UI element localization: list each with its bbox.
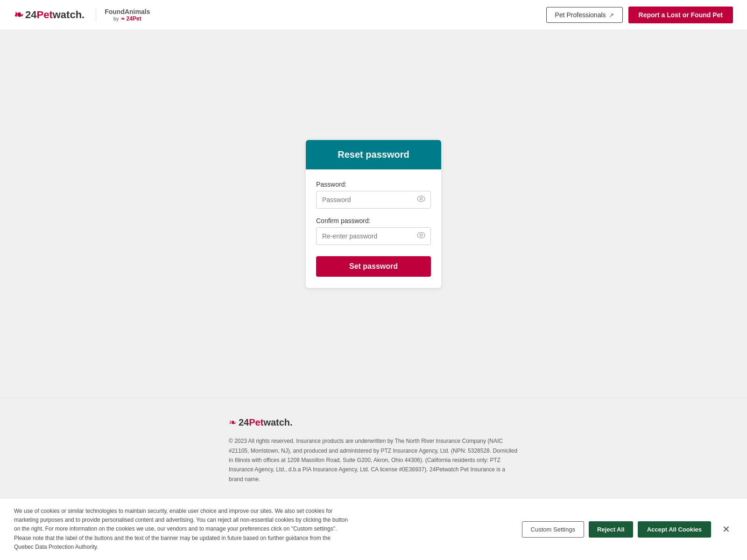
svg-point-3 xyxy=(420,234,423,237)
close-icon: ✕ xyxy=(722,524,730,534)
footer-legal-text: © 2023 All rights reserved. Insurance pr… xyxy=(229,436,518,484)
svg-point-0 xyxy=(417,196,425,202)
report-label: Report a Lost or Found Pet xyxy=(639,11,723,19)
site-header: ❧ 24Petwatch. FoundAnimals by ❧ 24Pet Pe… xyxy=(0,0,747,30)
logo-24petwatch[interactable]: ❧ 24Petwatch. xyxy=(14,8,85,21)
found-by-text: by ❧ 24Pet xyxy=(113,15,141,22)
reset-password-card: Reset password Password: Confirm passwor… xyxy=(306,140,441,288)
logo-text: 24Petwatch. xyxy=(25,9,85,21)
footer-inner: ❧ 24Petwatch. © 2023 All rights reserved… xyxy=(219,417,528,484)
by-label: by xyxy=(113,16,119,21)
reset-card-header: Reset password xyxy=(306,140,441,169)
confirm-toggle-eye-icon[interactable] xyxy=(417,232,425,240)
header-left: ❧ 24Petwatch. FoundAnimals by ❧ 24Pet xyxy=(14,8,150,22)
confirm-password-input[interactable] xyxy=(316,227,431,245)
accept-all-label: Accept All Cookies xyxy=(647,526,702,533)
reset-title: Reset password xyxy=(338,149,409,160)
found-24pet-label: 24Pet xyxy=(127,15,141,22)
header-right: Pet Professionals ↗ Report a Lost or Fou… xyxy=(546,7,733,23)
reject-all-button[interactable]: Reject All xyxy=(589,521,633,538)
custom-settings-label: Custom Settings xyxy=(531,526,575,533)
footer-logo: ❧ 24Petwatch. xyxy=(229,417,518,428)
password-toggle-eye-icon[interactable] xyxy=(417,196,425,204)
site-footer: ❧ 24Petwatch. © 2023 All rights reserved… xyxy=(0,398,747,498)
paw-icon: ❧ xyxy=(14,8,23,21)
password-input[interactable] xyxy=(316,191,431,209)
main-content: Reset password Password: Confirm passwor… xyxy=(0,30,747,398)
confirm-password-field-wrapper xyxy=(316,227,431,245)
cookie-buttons: Custom Settings Reject All Accept All Co… xyxy=(522,521,733,538)
close-cookie-banner-button[interactable]: ✕ xyxy=(719,523,733,536)
accept-all-button[interactable]: Accept All Cookies xyxy=(638,521,711,538)
footer-paw-icon: ❧ xyxy=(229,417,237,428)
svg-point-1 xyxy=(420,198,423,200)
found-animals-text: FoundAnimals xyxy=(105,8,150,15)
cookie-banner: We use of cookies or similar technologie… xyxy=(0,498,747,560)
external-link-icon: ↗ xyxy=(609,12,614,19)
pet-professionals-label: Pet Professionals xyxy=(555,11,606,19)
password-label: Password: xyxy=(316,181,431,188)
reset-card-body: Password: Confirm password: xyxy=(306,169,441,288)
cookie-text: We use of cookies or similar technologie… xyxy=(14,507,350,552)
password-field-wrapper xyxy=(316,191,431,209)
reject-all-label: Reject All xyxy=(597,526,625,533)
found-animals-logo: FoundAnimals by ❧ 24Pet xyxy=(96,8,150,22)
pet-professionals-button[interactable]: Pet Professionals ↗ xyxy=(546,7,623,23)
custom-settings-button[interactable]: Custom Settings xyxy=(522,521,584,538)
svg-point-2 xyxy=(417,232,425,238)
set-password-label: Set password xyxy=(349,262,398,270)
set-password-button[interactable]: Set password xyxy=(316,256,431,277)
paw-small-icon: ❧ xyxy=(120,15,125,22)
footer-logo-text: 24Petwatch. xyxy=(239,417,293,428)
confirm-password-label: Confirm password: xyxy=(316,217,431,224)
report-lost-found-button[interactable]: Report a Lost or Found Pet xyxy=(628,7,733,23)
